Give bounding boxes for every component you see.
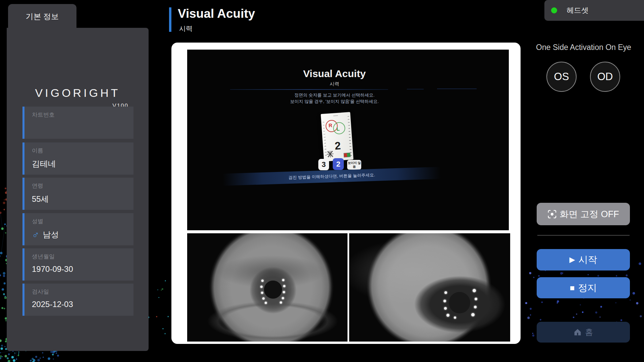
- page-title: Visual Acuity: [178, 7, 255, 21]
- start-button[interactable]: ▶ 시작: [537, 249, 630, 270]
- ir-glint: [471, 313, 475, 316]
- chart-number-label: 차트번호: [32, 111, 133, 119]
- ir-glint: [283, 291, 285, 293]
- examdate-label: 검사일: [32, 288, 133, 296]
- birthdate-label: 생년월일: [32, 253, 133, 260]
- male-icon: ♂: [32, 231, 40, 238]
- screen-lock-label: 화면 고정 OFF: [560, 208, 619, 220]
- vr-test-subtitle: 시력: [330, 81, 339, 87]
- logo-brand-text: VIGORIGHT: [35, 86, 120, 99]
- stop-icon: ■: [570, 284, 575, 292]
- vr-divider-line: [407, 89, 424, 89]
- birthdate-value: 1970-09-30: [32, 264, 133, 274]
- tab-basic-info[interactable]: 기본 정보: [8, 4, 76, 29]
- vr-divider-line: [437, 88, 477, 89]
- age-field[interactable]: 연령 55세: [22, 178, 133, 210]
- ir-glint: [261, 292, 263, 294]
- ir-glint: [261, 280, 264, 282]
- gender-label: 성별: [32, 218, 133, 225]
- eye-camera-feeds: [187, 233, 510, 342]
- vr-not-visible-button: 보이지 않음: [347, 160, 361, 170]
- right-eye-letter: R: [328, 122, 332, 128]
- gender-value: 남성: [43, 229, 59, 240]
- gender-field[interactable]: 성별 ♂ 남성: [22, 213, 133, 245]
- starburst-icon: [326, 150, 335, 160]
- stop-button[interactable]: ■ 정지: [537, 277, 630, 298]
- vr-instruction-2: 보이지 않을 경우, '보이지 않음'을 선택하세요.: [290, 99, 379, 105]
- one-side-activation-label: One Side Activation On Eye: [527, 43, 641, 52]
- right-eye-camera: [349, 233, 510, 342]
- left-eye-camera: [187, 233, 347, 342]
- birthdate-field[interactable]: 생년월일 1970-09-30: [22, 248, 133, 281]
- right-eye-pupil: [449, 292, 470, 313]
- chart-card-header-mark: [333, 115, 338, 116]
- app-window: 기본 정보 VIGORIGHT V100 차트번호 이름 김테네 연령 55세 …: [0, 0, 644, 362]
- age-label: 연령: [32, 182, 133, 190]
- ir-glint: [446, 314, 449, 317]
- name-value: 김테네: [32, 159, 133, 169]
- controls-divider: [537, 235, 630, 236]
- ir-glint: [444, 291, 447, 294]
- start-label: 시작: [578, 253, 597, 266]
- od-button[interactable]: OD: [590, 62, 620, 92]
- examdate-field[interactable]: 검사일 2025-12-03: [22, 284, 133, 316]
- home-icon: [574, 328, 582, 336]
- stop-label: 정지: [578, 282, 597, 294]
- os-button[interactable]: OS: [546, 62, 577, 92]
- headset-status-dot: [551, 7, 557, 13]
- page-subtitle: 시력: [179, 24, 193, 33]
- vigoright-logo: VIGORIGHT V100: [7, 86, 149, 100]
- left-eye-pupil: [264, 281, 282, 299]
- screen-lock-button[interactable]: 화면 고정 OFF: [537, 203, 630, 225]
- patient-info-sidebar: VIGORIGHT V100 차트번호 이름 김테네 연령 55세 성별 ♂ 남…: [7, 28, 149, 351]
- ir-glint: [280, 301, 282, 304]
- ir-glint: [283, 285, 285, 287]
- left-eye-letter: L: [336, 126, 340, 132]
- ir-glint: [262, 297, 265, 300]
- ir-glint: [265, 302, 267, 304]
- screen-lock-icon: [548, 210, 556, 219]
- ir-glint: [444, 307, 447, 310]
- age-value: 55세: [32, 194, 133, 204]
- chart-number-field[interactable]: 차트번호: [22, 107, 133, 139]
- vr-footer-message: 검진 방법을 이해하셨다면, 버튼을 눌러주세요.: [288, 172, 375, 180]
- vr-instruction-1: 정면의 숫자를 보고 보기에서 선택하세요.: [294, 92, 374, 98]
- ir-glint: [260, 286, 263, 288]
- vr-test-title: Visual Acuity: [303, 68, 366, 79]
- vr-footer-banner: 검진 방법을 이해하셨다면, 버튼을 눌러주세요.: [223, 167, 441, 186]
- acuity-chart-card: R L 2: [321, 112, 354, 162]
- vr-divider-line: [230, 89, 388, 90]
- monitor-panel: Visual Acuity 시력 정면의 숫자를 보고 보기에서 선택하세요. …: [171, 43, 521, 344]
- ir-glint: [473, 289, 476, 292]
- home-label: 홈: [585, 327, 593, 338]
- ir-glint: [474, 306, 477, 308]
- title-accent-bar: [169, 7, 171, 32]
- examdate-value: 2025-12-03: [32, 300, 133, 309]
- ir-glint: [454, 316, 456, 319]
- ir-glint: [282, 279, 284, 281]
- name-label: 이름: [32, 147, 133, 155]
- ir-glint: [475, 298, 477, 300]
- duochrome-flag-icon: [343, 153, 351, 157]
- ir-glint: [443, 300, 446, 302]
- vr-mirror-view: Visual Acuity 시력 정면의 숫자를 보고 보기에서 선택하세요. …: [187, 50, 509, 230]
- name-field[interactable]: 이름 김테네: [22, 142, 133, 175]
- play-icon: ▶: [570, 255, 575, 264]
- ir-glint: [282, 297, 284, 299]
- vr-answer-button-2-selected: 2: [333, 158, 344, 170]
- vr-answer-button-3: 3: [318, 159, 329, 170]
- headset-status-label: 헤드셋: [567, 5, 589, 15]
- home-button[interactable]: 홈: [537, 322, 630, 343]
- headset-status-pill: 헤드셋: [544, 0, 644, 21]
